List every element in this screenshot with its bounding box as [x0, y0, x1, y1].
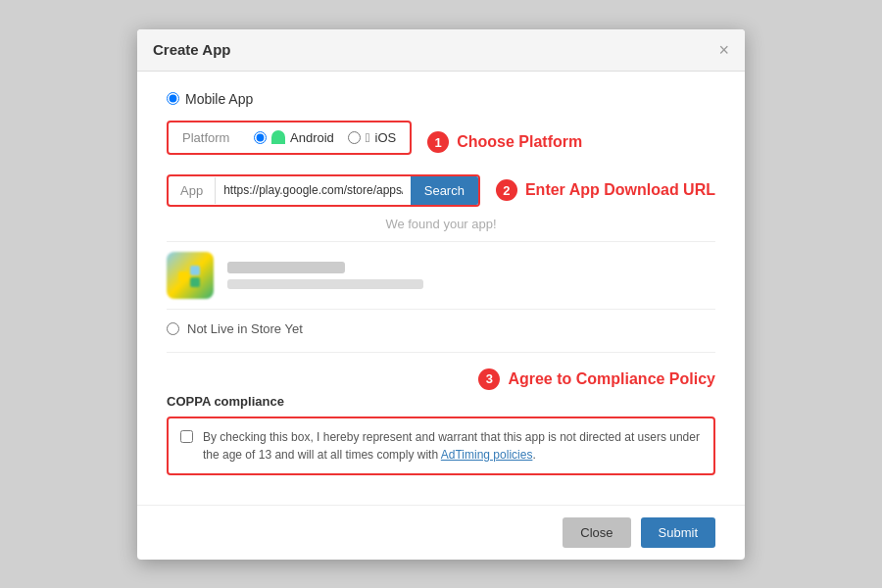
step2-text: Enter App Download URL: [525, 181, 715, 199]
app-url-row: App Search 2 Enter App Download URL: [167, 174, 715, 207]
android-option: Android: [254, 130, 334, 145]
android-label: Android: [290, 130, 334, 145]
step3-bubble: 3: [478, 368, 500, 390]
app-sub-blurred: [227, 279, 423, 289]
step1-bubble: 1: [427, 131, 449, 153]
platform-row: Platform Android  iOS: [167, 121, 715, 165]
step3-annotation-row: 3 Agree to Compliance Policy: [167, 368, 715, 390]
step1-text: Choose Platform: [457, 133, 582, 151]
not-live-label: Not Live in Store Yet: [187, 321, 303, 336]
app-icon: [167, 252, 214, 299]
platform-box: Platform Android  iOS: [167, 121, 412, 155]
modal-overlay: Create App × Mobile App Platform Andr: [0, 0, 882, 588]
not-live-radio[interactable]: [167, 322, 179, 335]
app-url-box: App Search: [167, 174, 480, 207]
app-name-blurred: [227, 262, 345, 273]
close-icon[interactable]: ×: [718, 41, 729, 59]
modal-body: Mobile App Platform Android : [137, 72, 745, 505]
app-icon-svg: [176, 262, 204, 289]
step3-text: Agree to Compliance Policy: [508, 370, 715, 388]
ios-option:  iOS: [348, 130, 396, 145]
coppa-box: By checking this box, I hereby represent…: [167, 416, 715, 475]
ios-radio[interactable]: [348, 131, 361, 144]
mobile-app-label: Mobile App: [185, 91, 253, 107]
platform-options: Android  iOS: [254, 130, 396, 145]
step1-annotation: 1 Choose Platform: [427, 131, 582, 153]
android-radio[interactable]: [254, 131, 267, 144]
step2-bubble: 2: [496, 179, 517, 201]
android-icon: [271, 130, 285, 144]
found-app-message: We found your app!: [167, 217, 715, 231]
mobile-app-row: Mobile App: [167, 91, 715, 107]
ios-label: iOS: [375, 130, 397, 145]
step2-annotation: 2 Enter App Download URL: [496, 179, 715, 201]
app-url-label: App: [169, 177, 216, 204]
create-app-modal: Create App × Mobile App Platform Andr: [137, 29, 745, 560]
app-details: [227, 262, 715, 289]
search-button[interactable]: Search: [411, 176, 478, 205]
mobile-app-radio[interactable]: [167, 92, 179, 105]
close-button[interactable]: Close: [563, 517, 630, 548]
coppa-link[interactable]: AdTiming policies: [441, 448, 533, 462]
coppa-section: COPPA compliance By checking this box, I…: [167, 394, 715, 475]
svg-rect-0: [178, 271, 188, 281]
modal-footer: Close Submit: [137, 505, 745, 560]
modal-header: Create App ×: [137, 29, 745, 72]
apple-icon: : [366, 130, 370, 145]
not-live-row: Not Live in Store Yet: [167, 321, 715, 353]
found-app-row: [167, 241, 715, 310]
coppa-text: By checking this box, I hereby represent…: [203, 428, 702, 464]
svg-rect-1: [190, 266, 200, 275]
submit-button[interactable]: Submit: [641, 517, 715, 548]
coppa-label: COPPA compliance: [167, 394, 715, 409]
modal-title: Create App: [153, 41, 230, 58]
svg-rect-2: [190, 277, 200, 287]
app-url-input[interactable]: [216, 177, 411, 203]
coppa-checkbox[interactable]: [180, 430, 193, 443]
platform-label: Platform: [182, 130, 236, 145]
